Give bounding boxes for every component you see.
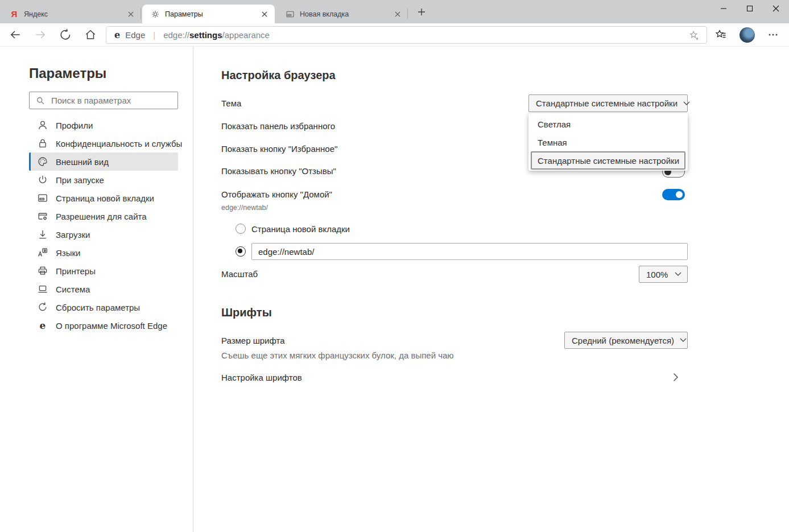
- settings-page: Параметры Профили: [0, 47, 789, 532]
- edge-logo-icon: e: [37, 320, 48, 331]
- avatar[interactable]: [740, 27, 755, 43]
- window-controls: [710, 0, 789, 17]
- settings-sidebar: Параметры Профили: [0, 47, 193, 532]
- refresh-button[interactable]: [56, 26, 75, 44]
- window-close-button[interactable]: [763, 0, 789, 17]
- font-size-label: Размер шрифта: [221, 336, 285, 345]
- appearance-settings: Настройка браузера Тема Стандартные сист…: [193, 47, 789, 532]
- lock-icon: [37, 138, 48, 149]
- window-close-icon: [773, 5, 779, 12]
- back-button[interactable]: [6, 26, 24, 44]
- home-url-radio[interactable]: [236, 246, 246, 257]
- chevron-right-icon: [673, 373, 679, 382]
- zoom-label: Масштаб: [221, 269, 258, 279]
- search-input[interactable]: [50, 95, 177, 106]
- home-url-input[interactable]: [251, 243, 688, 260]
- home-button-url-hint: edge://newtab/: [221, 204, 268, 212]
- refresh-icon: [59, 28, 72, 41]
- tab-yandex[interactable]: Я Яндекс: [1, 5, 141, 23]
- power-icon: [37, 174, 48, 185]
- tab-title: Новая вкладка: [300, 10, 393, 18]
- palette-icon: [37, 156, 48, 167]
- url-text: edge://settings/appearance: [163, 30, 270, 40]
- theme-dropdown: Светлая Темная Стандартные системные нас…: [528, 113, 688, 171]
- sidebar-item-appearance[interactable]: Внешний вид: [29, 152, 178, 171]
- sidebar-item-privacy[interactable]: Конфиденциальность и службы: [29, 134, 178, 152]
- person-icon: [37, 119, 48, 131]
- home-button-toggle[interactable]: [662, 189, 685, 200]
- favorites-bar-icon: [714, 28, 727, 41]
- chevron-down-icon: [683, 101, 690, 106]
- sidebar-item-downloads[interactable]: Загрузки: [29, 225, 178, 244]
- sidebar-nav: Профили Конфиденциальность и службы: [29, 116, 178, 335]
- download-icon: [37, 229, 48, 240]
- theme-option-light[interactable]: Светлая: [528, 115, 688, 133]
- ellipsis-icon: [767, 29, 779, 40]
- site-label: Edge: [125, 30, 145, 40]
- languages-icon: [37, 247, 48, 258]
- tab-strip: Я Яндекс Параметры: [0, 0, 789, 23]
- font-preview-text: Съешь еще этих мягких французских булок,…: [221, 350, 454, 360]
- new-tab-button[interactable]: [415, 5, 428, 19]
- minimize-icon: [720, 5, 727, 12]
- theme-option-system[interactable]: Стандартные системные настройки: [531, 151, 685, 170]
- reset-icon: [37, 302, 48, 313]
- sidebar-item-system[interactable]: Система: [29, 280, 178, 298]
- show-favorites-bar-label: Показать панель избранного: [221, 121, 335, 131]
- home-icon: [84, 28, 97, 41]
- home-newtab-radio-label: Страница новой вкладки: [251, 224, 350, 234]
- tab-title: Яндекс: [24, 10, 126, 18]
- customize-fonts-button[interactable]: [673, 373, 679, 384]
- forward-icon: [34, 28, 47, 41]
- sidebar-item-site-permissions[interactable]: Разрешения для сайта: [29, 207, 178, 225]
- maximize-button[interactable]: [737, 0, 763, 17]
- newtab-page-icon: [37, 192, 48, 204]
- back-icon: [9, 28, 22, 41]
- divider: |: [153, 30, 155, 40]
- page-title: Параметры: [29, 65, 106, 81]
- close-icon[interactable]: [259, 9, 270, 19]
- sidebar-item-about[interactable]: e О программе Microsoft Edge: [29, 316, 178, 335]
- sidebar-item-reset[interactable]: Сбросить параметры: [29, 298, 178, 316]
- home-newtab-radio[interactable]: [236, 224, 246, 234]
- chevron-down-icon: [680, 338, 687, 343]
- show-home-button-label: Отображать кнопку "Домой": [221, 189, 332, 199]
- edge-logo-icon: e: [114, 31, 120, 40]
- search-icon: [36, 96, 45, 105]
- sidebar-item-languages[interactable]: Языки: [29, 244, 178, 262]
- font-size-select[interactable]: Средний (рекомендуется): [564, 332, 688, 349]
- settings-search[interactable]: [29, 92, 178, 109]
- show-favorites-button-label: Показать кнопку "Избранное": [221, 144, 337, 154]
- plus-icon: [418, 9, 425, 15]
- add-favorite-star-icon: [688, 30, 700, 41]
- browser-window: Я Яндекс Параметры: [0, 0, 789, 532]
- tab-settings[interactable]: Параметры: [142, 5, 275, 23]
- menu-button[interactable]: [764, 26, 782, 44]
- tab-newtab[interactable]: Новая вкладка: [277, 5, 408, 23]
- forward-button[interactable]: [31, 26, 49, 44]
- sidebar-item-printers[interactable]: Принтеры: [29, 262, 178, 280]
- theme-select[interactable]: Стандартные системные настройки: [528, 94, 688, 112]
- add-favorite-button[interactable]: [687, 28, 701, 42]
- show-feedback-button-label: Показывать кнопку "Отзывы": [221, 166, 336, 176]
- sidebar-item-startup[interactable]: При запуске: [29, 171, 178, 189]
- customize-fonts-row[interactable]: Настройка шрифтов: [221, 373, 302, 382]
- zoom-select[interactable]: 100%: [639, 266, 688, 283]
- home-button[interactable]: [81, 26, 100, 44]
- gear-icon: [151, 10, 160, 19]
- toggle-knob: [676, 191, 683, 198]
- computer-icon: [37, 283, 48, 295]
- theme-label: Тема: [221, 98, 241, 108]
- newtab-icon: [286, 10, 295, 19]
- address-bar[interactable]: e Edge | edge://settings/appearance: [106, 26, 707, 44]
- close-icon[interactable]: [393, 9, 403, 19]
- close-icon[interactable]: [126, 9, 136, 19]
- sidebar-item-newtab-page[interactable]: Страница новой вкладки: [29, 189, 178, 207]
- theme-option-dark[interactable]: Темная: [528, 133, 688, 151]
- minimize-button[interactable]: [710, 0, 737, 17]
- browser-toolbar: e Edge | edge://settings/appearance: [0, 23, 789, 47]
- section-title-fonts: Шрифты: [221, 306, 272, 319]
- tab-title: Параметры: [165, 10, 259, 18]
- favorites-hub-button[interactable]: [712, 26, 730, 44]
- sidebar-item-profiles[interactable]: Профили: [29, 116, 178, 134]
